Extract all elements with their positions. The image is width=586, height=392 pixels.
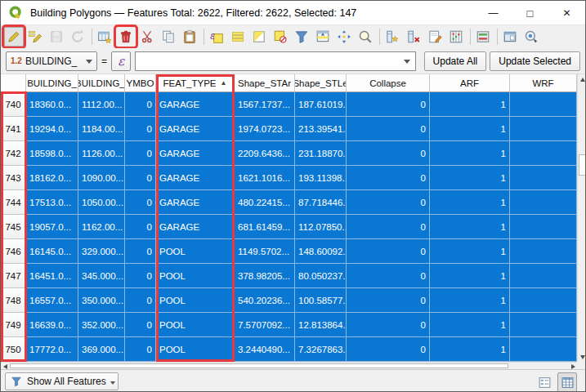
cell[interactable]: 100.58577... bbox=[295, 288, 347, 313]
cell[interactable]: 18360.0... bbox=[26, 92, 78, 117]
cell[interactable]: 0 bbox=[347, 264, 430, 288]
cell[interactable]: 7.5707092... bbox=[235, 313, 295, 337]
cell[interactable]: 1 bbox=[430, 190, 510, 215]
row-number[interactable]: 750 bbox=[1, 337, 26, 362]
cell[interactable]: POOL bbox=[156, 239, 235, 264]
toggle-editing-button[interactable] bbox=[4, 27, 24, 47]
cell[interactable] bbox=[510, 215, 577, 239]
cell[interactable]: 16451.0... bbox=[26, 264, 78, 288]
cell[interactable]: 17772.0... bbox=[26, 337, 78, 362]
cell[interactable]: 0 bbox=[347, 92, 430, 117]
cell[interactable]: 19294.0... bbox=[26, 117, 78, 141]
cell[interactable]: 1149.5702... bbox=[235, 239, 295, 264]
horizontal-scrollbar[interactable] bbox=[1, 362, 577, 369]
cell[interactable] bbox=[510, 239, 577, 264]
cell[interactable]: 19057.0... bbox=[26, 215, 78, 239]
column-header-arf[interactable]: ARF bbox=[430, 74, 510, 92]
cell[interactable]: 0 bbox=[125, 264, 156, 288]
row-number[interactable]: 746 bbox=[1, 239, 26, 264]
cell[interactable]: 0 bbox=[125, 288, 156, 313]
cell[interactable]: 213.39541... bbox=[295, 117, 347, 141]
cell[interactable] bbox=[510, 166, 577, 190]
cell[interactable] bbox=[510, 190, 577, 215]
cell[interactable]: POOL bbox=[156, 337, 235, 362]
row-number[interactable]: 743 bbox=[1, 166, 26, 190]
cell[interactable]: 0 bbox=[125, 166, 156, 190]
cell[interactable]: 1 bbox=[430, 313, 510, 337]
copy-button[interactable] bbox=[159, 27, 178, 47]
cell[interactable]: 0 bbox=[125, 239, 156, 264]
cell[interactable]: POOL bbox=[156, 264, 235, 288]
cell[interactable]: 0 bbox=[125, 337, 156, 362]
cell[interactable]: 0 bbox=[347, 239, 430, 264]
cell[interactable]: GARAGE bbox=[156, 92, 235, 117]
cell[interactable]: 112.07850... bbox=[295, 215, 347, 239]
cell[interactable]: 1 bbox=[430, 239, 510, 264]
deselect-all-button[interactable] bbox=[271, 27, 290, 47]
row-number[interactable]: 745 bbox=[1, 215, 26, 239]
select-all-button[interactable] bbox=[228, 27, 248, 47]
minimize-button[interactable]: — bbox=[475, 1, 512, 25]
cell[interactable]: 187.61019... bbox=[295, 92, 347, 117]
cell[interactable]: 0 bbox=[347, 117, 430, 141]
expression-builder-button[interactable]: ε bbox=[111, 51, 131, 71]
cell[interactable]: 87.718446... bbox=[295, 190, 347, 215]
scroll-up-arrow[interactable] bbox=[578, 74, 586, 84]
cell[interactable]: 0 bbox=[347, 313, 430, 337]
cell[interactable] bbox=[510, 313, 577, 337]
cell[interactable]: 16557.0... bbox=[26, 288, 78, 313]
reload-table-button[interactable] bbox=[68, 27, 87, 47]
delete-field-button[interactable] bbox=[404, 27, 423, 47]
organize-columns-button[interactable] bbox=[446, 27, 466, 47]
column-header-feat_type[interactable]: FEAT_TYPE▲ bbox=[156, 74, 235, 92]
cell[interactable]: 1090.00... bbox=[78, 166, 125, 190]
show-all-features-button[interactable]: Show All Features bbox=[5, 372, 119, 390]
search-settings-button[interactable] bbox=[521, 27, 541, 47]
cell[interactable]: 231.18870... bbox=[295, 141, 347, 166]
invert-selection-button[interactable] bbox=[249, 27, 269, 47]
field-selector-combobox[interactable]: 1.2 BUILDING_ bbox=[6, 51, 97, 71]
cell[interactable]: 17513.0... bbox=[26, 190, 78, 215]
conditional-formatting-button[interactable] bbox=[473, 27, 493, 47]
cell[interactable]: 1 bbox=[430, 215, 510, 239]
row-number[interactable]: 744 bbox=[1, 190, 26, 215]
row-number[interactable]: 749 bbox=[1, 313, 26, 337]
cell[interactable]: GARAGE bbox=[156, 190, 235, 215]
horizontal-scrollbar-thumb[interactable] bbox=[10, 363, 508, 368]
cell[interactable]: GARAGE bbox=[156, 141, 235, 166]
select-by-form-button[interactable] bbox=[292, 27, 311, 47]
cell[interactable]: 0 bbox=[347, 166, 430, 190]
cell[interactable]: 352.000... bbox=[78, 313, 125, 337]
cell[interactable]: 681.61459... bbox=[235, 215, 295, 239]
cell[interactable]: 1162.00... bbox=[78, 215, 125, 239]
cell[interactable]: 0 bbox=[125, 215, 156, 239]
cell[interactable]: 369.000... bbox=[78, 337, 125, 362]
column-header-building_[interactable]: BUILDING_ bbox=[26, 74, 78, 92]
row-number[interactable]: 740 bbox=[1, 92, 26, 117]
row-number[interactable]: 747 bbox=[1, 264, 26, 288]
pan-to-selected-button[interactable] bbox=[334, 27, 354, 47]
add-feature-button[interactable] bbox=[95, 27, 114, 47]
cell[interactable]: 329.000... bbox=[78, 239, 125, 264]
delete-selected-features-button[interactable] bbox=[116, 27, 136, 47]
column-header-ymbo[interactable]: YMBO bbox=[125, 74, 156, 92]
cell[interactable]: 0 bbox=[347, 337, 430, 362]
table-view-button[interactable] bbox=[557, 372, 577, 392]
select-by-expression-button[interactable]: ε bbox=[207, 27, 226, 47]
cell[interactable]: 1 bbox=[430, 264, 510, 288]
column-header-wrf[interactable]: WRF bbox=[510, 74, 577, 92]
maximize-button[interactable]: □ bbox=[512, 1, 548, 25]
close-button[interactable]: ✕ bbox=[548, 1, 585, 25]
cell[interactable]: 350.000... bbox=[78, 288, 125, 313]
cell[interactable]: 0 bbox=[347, 215, 430, 239]
cell[interactable]: 1 bbox=[430, 337, 510, 362]
cell[interactable]: 1974.0723... bbox=[235, 117, 295, 141]
cell[interactable]: 0 bbox=[125, 190, 156, 215]
row-number[interactable]: 748 bbox=[1, 288, 26, 313]
dock-table-button[interactable] bbox=[500, 27, 520, 47]
cell[interactable]: 1 bbox=[430, 117, 510, 141]
update-selected-button[interactable]: Update Selected bbox=[490, 51, 580, 71]
move-selection-to-top-button[interactable] bbox=[313, 27, 333, 47]
cell[interactable] bbox=[510, 141, 577, 166]
cut-button[interactable] bbox=[137, 27, 157, 47]
